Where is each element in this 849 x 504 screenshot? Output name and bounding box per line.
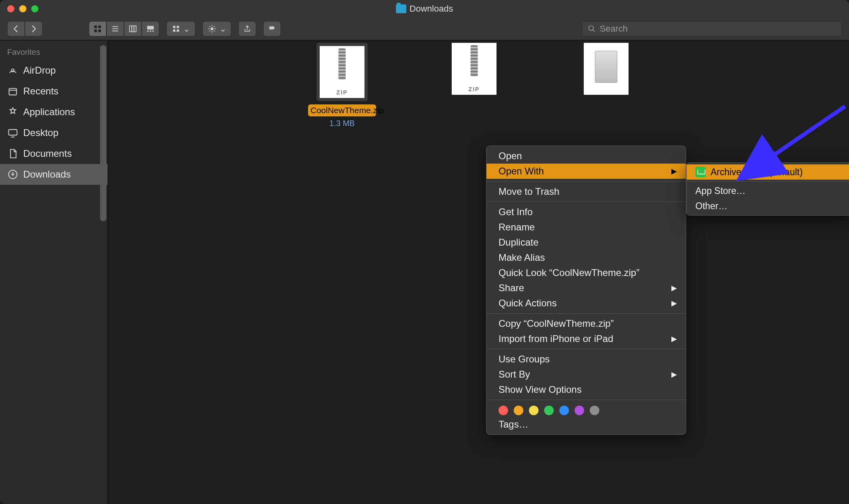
file-item[interactable] [572, 43, 640, 128]
sidebar-item-applications[interactable]: Applications [0, 102, 108, 122]
svg-point-19 [589, 26, 594, 31]
file-browser-content[interactable]: ZIP CoolNewTheme.zip 1.3 MB ZIP [108, 40, 849, 504]
ctx-make-alias[interactable]: Make Alias [487, 250, 686, 265]
open-with-submenu: Archive Utility (default) App Store… Oth… [686, 162, 849, 216]
sidebar-item-desktop[interactable]: Desktop [0, 122, 108, 143]
downloads-icon [7, 169, 18, 180]
nav-buttons [7, 21, 42, 36]
submenu-arrow-icon: ▶ [671, 284, 677, 292]
window-title-text: Downloads [410, 4, 453, 14]
svg-rect-10 [147, 26, 154, 30]
recents-icon [7, 86, 18, 97]
file-item-selected[interactable]: ZIP CoolNewTheme.zip 1.3 MB [308, 43, 376, 128]
applications-icon [7, 106, 18, 118]
context-menu: Open Open With▶ Move to Trash Get Info R… [486, 146, 686, 435]
column-view-button[interactable] [124, 21, 142, 36]
file-thumbnail [584, 43, 629, 95]
annotation-arrow [753, 102, 849, 170]
svg-rect-16 [173, 30, 175, 32]
forward-button[interactable] [25, 21, 42, 36]
svg-rect-11 [147, 31, 149, 32]
ctx-open[interactable]: Open [487, 148, 686, 164]
file-grid: ZIP CoolNewTheme.zip 1.3 MB ZIP [308, 43, 640, 128]
desktop-icon [7, 127, 18, 138]
fullscreen-window-button[interactable] [31, 5, 38, 12]
file-thumbnail: ZIP [452, 43, 497, 95]
sidebar-item-airdrop[interactable]: AirDrop [0, 60, 108, 81]
svg-rect-3 [98, 30, 101, 32]
svg-rect-15 [176, 26, 179, 28]
tag-color-purple[interactable] [575, 406, 584, 415]
list-view-button[interactable] [106, 21, 124, 36]
ctx-duplicate[interactable]: Duplicate [487, 235, 686, 250]
file-item[interactable]: ZIP [440, 43, 508, 128]
ctx-move-to-trash[interactable]: Move to Trash [487, 184, 686, 199]
openwith-archive-utility[interactable]: Archive Utility (default) [687, 164, 849, 180]
arrange-button[interactable]: ⌄ [166, 21, 195, 36]
folder-icon [396, 4, 406, 13]
tag-color-blue[interactable] [559, 406, 569, 415]
ctx-tags[interactable]: Tags… [487, 417, 686, 432]
action-button[interactable]: ⌄ [202, 21, 231, 36]
sidebar-item-label: Downloads [23, 169, 71, 180]
toolbar: ⌄ ⌄ Search [0, 18, 849, 40]
menu-separator [687, 181, 849, 182]
submenu-arrow-icon: ▶ [671, 167, 677, 176]
ctx-copy[interactable]: Copy “CoolNewTheme.zip” [487, 316, 686, 331]
sidebar-item-label: Documents [23, 148, 72, 159]
file-name-selected: CoolNewTheme.zip [308, 104, 376, 116]
openwith-other[interactable]: Other… [687, 198, 849, 214]
ctx-quick-look[interactable]: Quick Look “CoolNewTheme.zip” [487, 265, 686, 280]
ctx-import-iphone[interactable]: Import from iPhone or iPad▶ [487, 331, 686, 346]
file-type-badge: ZIP [469, 86, 480, 95]
ctx-share[interactable]: Share▶ [487, 280, 686, 296]
icon-view-button[interactable] [89, 21, 106, 36]
tag-color-red[interactable] [499, 406, 508, 415]
svg-rect-1 [98, 26, 101, 28]
menu-separator [487, 349, 686, 349]
sidebar-item-recents[interactable]: Recents [0, 81, 108, 102]
titlebar: Downloads [0, 0, 849, 18]
search-icon [588, 25, 596, 33]
svg-rect-2 [94, 30, 97, 32]
svg-rect-0 [94, 26, 97, 28]
tag-color-green[interactable] [544, 406, 554, 415]
menu-separator [487, 202, 686, 202]
close-window-button[interactable] [7, 5, 14, 12]
openwith-app-store[interactable]: App Store… [687, 183, 849, 198]
minimize-window-button[interactable] [19, 5, 26, 12]
sidebar-item-label: AirDrop [23, 65, 56, 76]
ctx-get-info[interactable]: Get Info [487, 204, 686, 220]
ctx-quick-actions[interactable]: Quick Actions▶ [487, 296, 686, 311]
share-button[interactable] [238, 21, 256, 36]
airdrop-icon [7, 65, 18, 76]
sidebar-scrollbar[interactable] [100, 45, 106, 221]
ctx-rename[interactable]: Rename [487, 220, 686, 235]
ctx-open-with[interactable]: Open With▶ [487, 164, 686, 179]
back-button[interactable] [7, 21, 25, 36]
sidebar-item-documents[interactable]: Documents [0, 143, 108, 164]
svg-rect-24 [9, 130, 17, 135]
svg-rect-13 [152, 31, 154, 32]
search-field[interactable]: Search [582, 21, 842, 36]
tag-color-orange[interactable] [514, 406, 523, 415]
archive-utility-icon [695, 167, 706, 177]
sidebar-item-downloads[interactable]: Downloads [0, 164, 108, 185]
svg-line-20 [593, 30, 595, 32]
submenu-arrow-icon: ▶ [671, 370, 677, 379]
gallery-view-button[interactable] [142, 21, 159, 36]
tag-color-gray[interactable] [590, 406, 599, 415]
sidebar-section-header: Favorites [0, 46, 108, 60]
window-controls [0, 5, 38, 12]
ctx-use-groups[interactable]: Use Groups [487, 352, 686, 367]
menu-separator [487, 181, 686, 182]
ctx-show-view-options[interactable]: Show View Options [487, 382, 686, 397]
svg-line-27 [769, 106, 845, 158]
menu-separator [487, 400, 686, 400]
svg-rect-22 [9, 88, 17, 95]
file-thumbnail: ZIP [316, 43, 368, 101]
ctx-tag-colors [487, 402, 686, 417]
tags-button[interactable] [263, 21, 281, 36]
tag-color-yellow[interactable] [529, 406, 539, 415]
ctx-sort-by[interactable]: Sort By▶ [487, 367, 686, 382]
